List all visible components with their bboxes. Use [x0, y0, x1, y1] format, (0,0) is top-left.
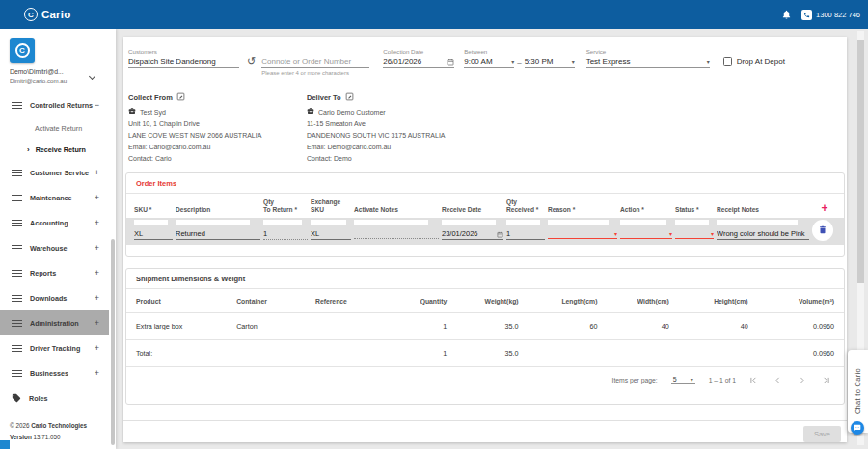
- reason-select[interactable]: ▾: [548, 229, 617, 239]
- chevron-down-icon: ▾: [507, 58, 514, 65]
- customers-field[interactable]: Customers Dispatch Site Dandenong: [128, 48, 239, 68]
- sidebar-nav: Controlled Returns − Activate Return › R…: [0, 92, 109, 410]
- items-per-page-value: 5: [673, 376, 677, 383]
- collect-from-address2: LANE COVE WEST NSW 2066 AUSTRALIA: [128, 130, 307, 142]
- calendar-icon[interactable]: [493, 231, 503, 238]
- company-name: Cario Technologies: [31, 422, 87, 429]
- sidebar-item-controlled-returns[interactable]: Controlled Returns −: [0, 92, 109, 118]
- exchange-sku-input[interactable]: XL: [311, 229, 351, 240]
- edit-icon[interactable]: [345, 92, 354, 103]
- cell-length: 60: [529, 313, 608, 340]
- previous-page-icon[interactable]: [773, 376, 782, 384]
- deliver-to-address1: 11-15 Smeaton Ave: [307, 119, 485, 130]
- sidebar-item-warehouse[interactable]: Warehouse +: [0, 235, 109, 260]
- save-button[interactable]: Save: [803, 426, 841, 442]
- sidebar-item-label: Roles: [29, 394, 48, 403]
- sidebar-item-label: Maintenance: [30, 194, 72, 202]
- time-to-select[interactable]: 5:30 PM▾: [525, 48, 575, 68]
- main-scrollbar-thumb[interactable]: [857, 40, 864, 283]
- receipt-notes-input[interactable]: Wrong color should be Pink: [717, 229, 809, 240]
- sidebar-item-reports[interactable]: Reports +: [0, 260, 109, 285]
- sidebar-item-label: Customer Service: [30, 169, 89, 177]
- column-header-receive-date: Receive Date: [442, 198, 503, 217]
- order-items-title: Order Items: [126, 173, 844, 194]
- brand-name: Cario: [41, 9, 70, 20]
- sidebar-item-downloads[interactable]: Downloads +: [0, 285, 109, 310]
- time-from-select[interactable]: Between 9:00 AM▾: [464, 48, 514, 68]
- cell-height: 40: [679, 313, 758, 340]
- cell-width: 40: [607, 313, 678, 340]
- first-page-icon[interactable]: [749, 376, 758, 384]
- chevron-down-icon: ▾: [687, 376, 693, 383]
- sidebar-item-receive-return[interactable]: › Receive Return: [0, 139, 109, 160]
- description-input[interactable]: Returned: [176, 229, 260, 240]
- cell-container: Carton: [227, 313, 306, 340]
- sidebar-item-roles[interactable]: Roles: [0, 385, 109, 410]
- expand-icon: +: [95, 168, 99, 177]
- shipment-title: Shipment Dimensions & Weight: [126, 269, 844, 289]
- cell-volume: 0.0960: [758, 313, 844, 340]
- shipment-table: Product Container Reference Quantity Wei…: [126, 289, 844, 367]
- shipment-total-row: Total: 1 35.0 0.0960: [126, 340, 844, 367]
- sidebar-subitem-label: Receive Return: [36, 145, 86, 154]
- calendar-icon[interactable]: [443, 58, 454, 66]
- column-header-product: Product: [126, 289, 227, 313]
- expand-icon: +: [95, 293, 99, 303]
- cario-logo[interactable]: C Cario: [24, 8, 70, 21]
- sku-input[interactable]: XL: [134, 229, 173, 240]
- column-header-sku: SKU *: [134, 198, 173, 217]
- sidebar-item-maintenance[interactable]: Maintenance +: [0, 185, 109, 210]
- chat-bubble-icon[interactable]: [851, 421, 864, 435]
- menu-icon: [12, 270, 22, 277]
- receive-date-input[interactable]: 23/01/2026: [442, 229, 503, 240]
- service-label: Service: [586, 48, 710, 55]
- menu-icon: [12, 320, 22, 327]
- collection-date-field[interactable]: Collection Date 26/01/2026: [383, 48, 454, 68]
- form-footer: Save: [123, 420, 847, 442]
- drop-at-depot-option[interactable]: Drop At Depot: [723, 57, 785, 66]
- app-root: C Cario 1300 822 746 C Demo\Dimitri@d...…: [0, 0, 868, 449]
- deliver-to-email: Email: Demo@cario.com.au: [307, 142, 485, 153]
- receive-return-page: Customers Dispatch Site Dandenong ↺ Conn…: [123, 37, 847, 442]
- activate-notes-input[interactable]: [354, 229, 439, 239]
- total-quantity: 1: [392, 340, 456, 367]
- drop-at-depot-checkbox[interactable]: [723, 57, 732, 66]
- delete-row-button[interactable]: [812, 220, 833, 241]
- sidebar-item-customer-service[interactable]: Customer Service +: [0, 160, 109, 185]
- sidebar-scrollbar[interactable]: [111, 239, 115, 445]
- notifications-bell-icon[interactable]: [781, 9, 792, 20]
- sidebar: C Demo\Dimitri@d... Dimitri@cario.com.au…: [0, 29, 116, 449]
- column-header-description: Description: [176, 198, 260, 217]
- sidebar-item-activate-return[interactable]: Activate Return: [0, 118, 109, 139]
- sidebar-item-label: Businesses: [30, 369, 68, 378]
- edit-icon[interactable]: [176, 92, 185, 103]
- company-icon: [307, 107, 314, 119]
- items-per-page-select[interactable]: 5▾: [671, 376, 695, 384]
- action-select[interactable]: ▾: [620, 229, 672, 239]
- status-select[interactable]: ▾: [675, 229, 714, 239]
- top-header-bar: C Cario 1300 822 746: [0, 0, 868, 29]
- cario-logo-icon: C: [24, 8, 38, 21]
- qty-received-input[interactable]: 1: [506, 229, 545, 240]
- sidebar-item-driver-tracking[interactable]: Driver Tracking +: [0, 335, 109, 360]
- chevron-down-icon: ▾: [669, 230, 672, 237]
- version-label: Version: [10, 434, 32, 440]
- sidebar-cario-logo-icon: C: [15, 43, 30, 58]
- qty-to-return-input[interactable]: 1: [263, 229, 308, 240]
- sidebar-item-administration[interactable]: Administration +: [0, 310, 109, 335]
- last-page-icon[interactable]: [822, 376, 830, 384]
- user-account-menu[interactable]: Demo\Dimitri@d... Dimitri@cario.com.au: [10, 68, 110, 84]
- menu-icon: [12, 220, 22, 226]
- connote-search-field[interactable]: Connote or Order Number Please enter 4 o…: [261, 48, 369, 76]
- user-name: Demo\Dimitri@d...: [10, 68, 110, 75]
- service-select[interactable]: Service Test Express▾: [586, 48, 710, 68]
- reset-icon[interactable]: ↺: [247, 56, 256, 66]
- phone-number: 1300 822 746: [816, 11, 860, 19]
- add-order-item-button[interactable]: +: [812, 203, 837, 213]
- sidebar-item-accounting[interactable]: Accounting +: [0, 210, 109, 235]
- sidebar-item-businesses[interactable]: Businesses +: [0, 360, 109, 385]
- next-page-icon[interactable]: [798, 376, 806, 384]
- sidebar-cario-logo[interactable]: C: [10, 38, 35, 63]
- support-phone[interactable]: 1300 822 746: [801, 10, 860, 20]
- column-header-activate-notes: Activate Notes: [354, 198, 439, 217]
